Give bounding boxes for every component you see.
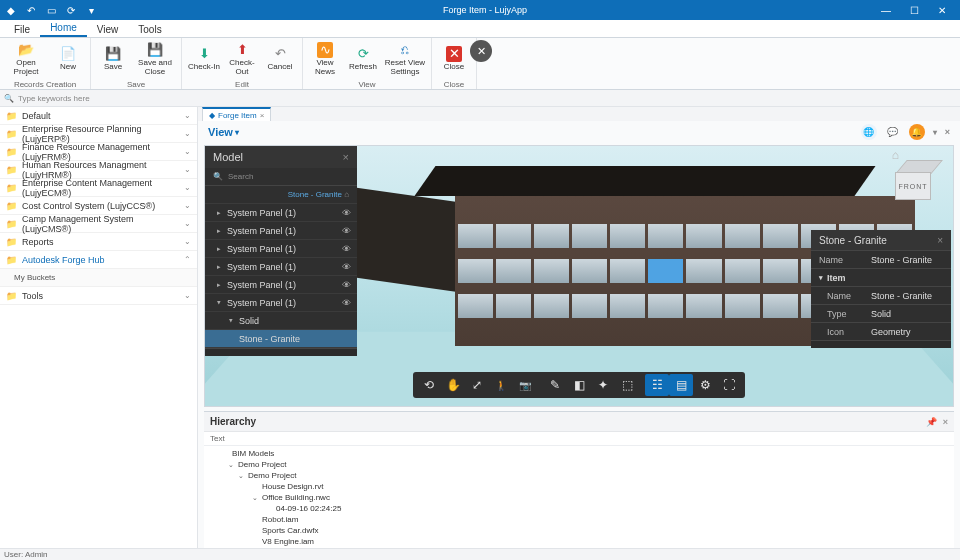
eye-icon[interactable]: 👁 <box>342 226 351 236</box>
chevron-down-icon[interactable]: ⌄ <box>252 494 260 502</box>
chat-icon[interactable]: 💬 <box>885 124 901 140</box>
first-person-icon[interactable]: 🚶 <box>489 374 513 396</box>
view-news-button[interactable]: ∿ View News <box>307 40 343 78</box>
close-window-button[interactable]: ✕ <box>928 0 956 20</box>
tree-node[interactable]: V8 Engine.iam <box>262 537 314 546</box>
panel-resize-handle[interactable] <box>205 348 357 356</box>
menu-home[interactable]: Home <box>40 20 87 37</box>
hierarchy-pin-icon[interactable]: 📌 <box>926 417 937 427</box>
properties-icon[interactable]: ▤ <box>669 374 693 396</box>
pan-tool-icon[interactable]: ✋ <box>441 374 465 396</box>
qa-refresh-icon[interactable]: ⟳ <box>64 3 78 17</box>
model-box-icon[interactable]: ⬚ <box>615 374 639 396</box>
new-button[interactable]: 📄 New <box>50 40 86 78</box>
panel-resize-handle[interactable] <box>811 340 951 348</box>
model-row-leaf-selected[interactable]: Stone - Granite <box>205 330 357 348</box>
view-header-dropdown-icon[interactable]: ▾ <box>235 128 239 137</box>
prop-section[interactable]: ▾Item <box>811 268 951 286</box>
orbit-tool-icon[interactable]: ⟲ <box>417 374 441 396</box>
tree-node[interactable]: Demo Project <box>238 460 286 469</box>
viewhdr-close-icon[interactable]: × <box>945 127 950 137</box>
check-in-button[interactable]: ⬇ Check-In <box>186 40 222 78</box>
chevron-down-icon[interactable]: ⌄ <box>228 461 236 469</box>
model-row[interactable]: ▸System Panel (1)👁 <box>205 222 357 240</box>
tree-node[interactable]: Robot.iam <box>262 515 298 524</box>
sidebar-item-forge[interactable]: 📁Autodesk Forge Hub⌃ <box>0 251 197 269</box>
tree-node[interactable]: 04-09-16 02:24:25 <box>276 504 341 513</box>
model-panel-breadcrumb[interactable]: Stone - Granite ⌂ <box>205 186 357 204</box>
qa-more-icon[interactable]: ▾ <box>84 3 98 17</box>
model-panel-search[interactable]: 🔍 Search <box>205 168 357 186</box>
sidebar-item-ccs[interactable]: 📁Cost Control System (LujyCCS®)⌄ <box>0 197 197 215</box>
save-close-button[interactable]: 💾 Save and Close <box>133 40 177 78</box>
notification-icon[interactable]: 🔔 <box>909 124 925 140</box>
sidebar-item-erp[interactable]: 📁Enterprise Resource Planning (LujyERP®)… <box>0 125 197 143</box>
minimize-button[interactable]: — <box>872 0 900 20</box>
hierarchy-tab-text[interactable]: Text <box>210 434 225 443</box>
sidebar-item-hrm[interactable]: 📁Human Resources Managment (LujyHRM®)⌄ <box>0 161 197 179</box>
model-row[interactable]: ▸System Panel (1)👁 <box>205 240 357 258</box>
reset-view-button[interactable]: ⎌ Reset View Settings <box>383 40 427 78</box>
model-row-expanded[interactable]: ▸System Panel (1)👁 <box>205 294 357 312</box>
tree-node[interactable]: House Design.rvt <box>262 482 323 491</box>
qa-undo-icon[interactable]: ↶ <box>24 3 38 17</box>
section-tool-icon[interactable]: ◧ <box>567 374 591 396</box>
model-browser-panel: Model × 🔍 Search Stone - Granite ⌂ ▸Syst… <box>205 146 357 356</box>
fullscreen-icon[interactable]: ⛶ <box>717 374 741 396</box>
viewhdr-menu-icon[interactable]: ▾ <box>933 128 937 137</box>
settings-icon[interactable]: ⚙ <box>693 374 717 396</box>
eye-icon[interactable]: 👁 <box>342 262 351 272</box>
viewcube-front[interactable]: FRONT <box>895 172 931 200</box>
tab-close-icon[interactable]: × <box>260 111 265 120</box>
ribbon-group-save-label: Save <box>91 80 181 89</box>
forge-viewer[interactable]: ⌂ FRONT Model × 🔍 Search Stone - Granit <box>204 145 954 407</box>
cancel-button[interactable]: ↶ Cancel <box>262 40 298 78</box>
zoom-tool-icon[interactable]: ⤢ <box>465 374 489 396</box>
menu-view[interactable]: View <box>87 22 129 37</box>
model-row-solid[interactable]: ▸Solid <box>205 312 357 330</box>
eye-icon[interactable]: 👁 <box>342 208 351 218</box>
model-panel-close-icon[interactable]: × <box>343 151 349 163</box>
globe-icon[interactable]: 🌐 <box>861 124 877 140</box>
eye-icon[interactable]: 👁 <box>342 298 351 308</box>
tree-node[interactable]: Demo Project <box>248 471 296 480</box>
model-row[interactable]: ▸System Panel (1)👁 <box>205 258 357 276</box>
sidebar-item-reports[interactable]: 📁Reports⌄ <box>0 233 197 251</box>
sidebar-item-cms[interactable]: 📁Camp Management System (LujyCMS®)⌄ <box>0 215 197 233</box>
sidebar-item-tools[interactable]: 📁Tools⌄ <box>0 287 197 305</box>
check-out-button[interactable]: ⬆ Check-Out <box>224 40 260 78</box>
measure-tool-icon[interactable]: ✎ <box>543 374 567 396</box>
save-button[interactable]: 💾 Save <box>95 40 131 78</box>
search-bar[interactable]: 🔍 Type keywords here <box>0 90 960 107</box>
sidebar-item-ecm[interactable]: 📁Enterprise Content Management (LujyECM®… <box>0 179 197 197</box>
viewcube[interactable]: FRONT <box>883 154 943 214</box>
properties-close-icon[interactable]: × <box>937 235 943 246</box>
cancel-icon: ↶ <box>272 46 288 62</box>
hierarchy-close-icon[interactable]: × <box>943 417 948 427</box>
sidebar-item-frm[interactable]: 📁Finance Resource Management (LujyFRM®)⌄ <box>0 143 197 161</box>
tree-node[interactable]: BIM Models <box>232 449 274 458</box>
model-browser-icon[interactable]: ☷ <box>645 374 669 396</box>
eye-icon[interactable]: 👁 <box>342 280 351 290</box>
chevron-down-icon[interactable]: ⌄ <box>238 472 246 480</box>
tree-node[interactable]: Sports Car.dwfx <box>262 526 318 535</box>
hierarchy-tree[interactable]: BIM Models ⌄Demo Project ⌄Demo Project H… <box>204 446 954 548</box>
doc-tab-forge-item[interactable]: ◆ Forge Item × <box>202 107 271 121</box>
qa-save-icon[interactable]: ▭ <box>44 3 58 17</box>
overlay-close-button[interactable]: ✕ <box>470 40 492 62</box>
folder-icon: 📁 <box>6 201 17 211</box>
sidebar-item-my-buckets[interactable]: My Buckets <box>0 269 197 287</box>
explode-tool-icon[interactable]: ✦ <box>591 374 615 396</box>
model-row[interactable]: ▸System Panel (1)👁 <box>205 204 357 222</box>
close-button[interactable]: ✕ Close <box>436 40 472 78</box>
refresh-button[interactable]: ⟳ Refresh <box>345 40 381 78</box>
menu-tools[interactable]: Tools <box>128 22 171 37</box>
maximize-button[interactable]: ☐ <box>900 0 928 20</box>
menu-file[interactable]: File <box>4 22 40 37</box>
model-row[interactable]: ▸System Panel (1)👁 <box>205 276 357 294</box>
camera-tool-icon[interactable]: 📷 <box>513 374 537 396</box>
tree-node[interactable]: Office Building.nwc <box>262 493 330 502</box>
eye-icon[interactable]: 👁 <box>342 244 351 254</box>
open-project-button[interactable]: 📂 Open Project <box>4 40 48 78</box>
sidebar-item-default[interactable]: 📁Default⌄ <box>0 107 197 125</box>
